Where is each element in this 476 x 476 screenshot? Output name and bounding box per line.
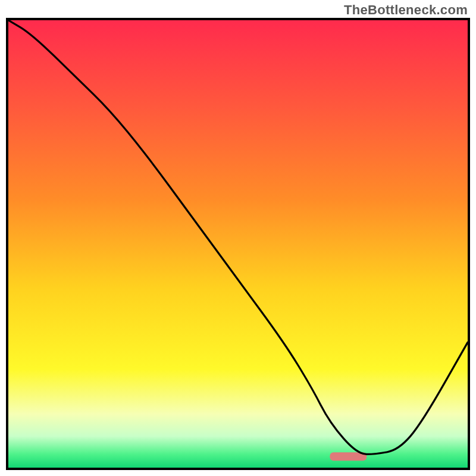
chart-plot-area <box>6 18 470 470</box>
chart-svg <box>8 20 468 468</box>
watermark-text: TheBottleneck.com <box>344 2 468 18</box>
chart-background-gradient <box>8 20 468 468</box>
